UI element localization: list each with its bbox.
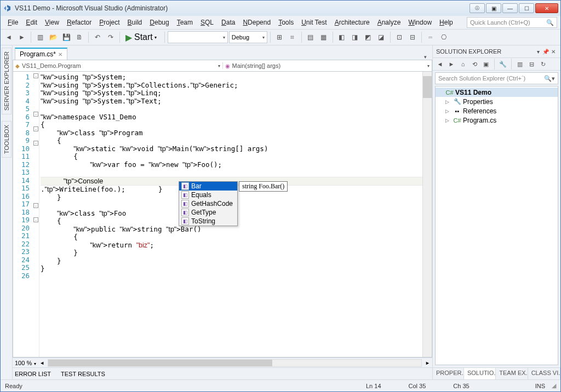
se-sync-button[interactable]: ⟲ [470,59,479,69]
nav-fwd-button[interactable]: ► [16,31,28,43]
intellisense-item[interactable]: ◧ToString [179,217,237,226]
chevron-right-icon[interactable]: ► [425,360,430,366]
tool-btn-g[interactable]: ◩ [362,31,374,43]
tool-btn-c[interactable]: ▤ [305,31,317,43]
server-explorer-tab[interactable]: SERVER EXPLORER [2,48,12,114]
intellisense-item[interactable]: ◧GetHashCode [179,199,237,208]
menu-architecture[interactable]: Architecture [331,17,374,28]
tool-btn-i[interactable]: ⊡ [393,31,405,43]
expander-icon[interactable]: ▷ [445,99,451,105]
save-all-button[interactable]: 🗎 [73,31,85,43]
status-ch: Ch 35 [453,383,469,389]
menu-edit[interactable]: Edit [22,17,41,28]
menu-project[interactable]: Project [95,17,123,28]
se-preview-button[interactable]: ▥ [515,59,525,69]
method-icon: ◧ [181,182,189,190]
menu-help[interactable]: Help [436,17,457,28]
tool-btn-d[interactable]: ▦ [318,31,330,43]
close-icon[interactable]: ✕ [58,51,62,57]
csharp-project-icon: C# [445,89,454,96]
tab-solution[interactable]: SOLUTIO... [464,368,496,379]
redo-button[interactable]: ↷ [105,31,117,43]
nav-scope-combo[interactable]: ◆ VS11_Demo.Program ▾ [13,62,222,69]
menu-refactor[interactable]: Refactor [63,17,95,28]
tab-overflow-button[interactable]: ▾ [421,54,430,60]
expander-icon[interactable]: ▷ [445,108,451,114]
code-editor[interactable]: 1234567891011121314151617181920212223242… [13,72,432,358]
menu-sql[interactable]: SQL [197,17,217,28]
open-file-button[interactable]: 📂 [47,31,59,43]
tool-btn-j[interactable]: ⊟ [407,31,419,43]
menu-window[interactable]: Window [404,17,436,28]
intellisense-item[interactable]: ◧Bar [179,182,237,191]
menu-tools[interactable]: Tools [274,17,297,28]
menu-view[interactable]: View [41,17,63,28]
intellisense-popup[interactable]: ◧Bar◧Equals◧GetHashCode◧GetType◧ToString [179,181,238,226]
menu-ndepend[interactable]: NDepend [239,17,274,28]
pin-icon[interactable]: 📌 [542,49,549,55]
se-back-button[interactable]: ◄ [435,59,445,69]
tool-btn-a[interactable]: ⊞ [273,31,285,43]
tool-btn-e[interactable]: ◧ [336,31,348,43]
outlining-margin[interactable]: ------ [33,72,39,357]
solution-tree[interactable]: C# VS11 Demo ▷🔧 Properties ▷▪▪ Reference… [435,86,558,365]
helper-btn-2[interactable]: ▣ [486,3,501,13]
tree-node-properties[interactable]: ▷🔧 Properties [436,97,558,106]
config-combo[interactable]: Debug▾ [229,31,267,43]
minimize-button[interactable]: — [502,3,518,13]
intellisense-item[interactable]: ◧Equals [179,191,237,199]
start-debug-button[interactable]: ▶ Start ▾ [123,31,162,43]
helper-btn-1[interactable]: ⦾ [470,3,485,13]
nav-back-button[interactable]: ◄ [3,31,15,43]
main-toolbar: ◄ ► ▥ 📂 💾 🗎 ↶ ↷ ▶ Start ▾ ▾ Debug▾ ⊞ ⌗ ▤… [1,29,560,45]
pane-menu-icon[interactable]: ▾ [534,49,542,55]
tool-btn-l[interactable]: ⎔ [438,31,450,43]
se-collapse-button[interactable]: ⊟ [526,59,536,69]
nav-member-combo[interactable]: ◉ Main(string[] args) ▾ [222,62,432,69]
platform-combo[interactable]: ▾ [168,31,228,43]
menu-unit-test[interactable]: Unit Test [297,17,330,28]
chevron-left-icon[interactable]: ◄ [39,360,44,366]
se-showall-button[interactable]: ▣ [481,59,491,69]
tool-btn-b[interactable]: ⌗ [287,31,299,43]
right-pane-tabs: PROPER... SOLUTIO... TEAM EX... CLASS VI… [433,367,560,379]
menu-file[interactable]: File [4,17,22,28]
close-button[interactable]: ✕ [535,3,558,13]
test-results-tab[interactable]: TEST RESULTS [61,371,105,377]
new-project-button[interactable]: ▥ [34,31,46,43]
maximize-button[interactable]: ☐ [519,3,534,13]
undo-button[interactable]: ↶ [91,31,104,43]
toolbox-tab[interactable]: TOOLBOX [2,121,12,158]
error-list-tab[interactable]: ERROR LIST [15,371,51,377]
quick-launch-input[interactable]: Quick Launch (Ctrl+Q) 🔍 [467,17,557,28]
close-icon[interactable]: ✕ [549,49,557,55]
tool-btn-h[interactable]: ◪ [375,31,387,43]
se-refresh-button[interactable]: ↻ [538,59,548,69]
horizontal-scrollbar[interactable] [48,359,422,367]
se-properties-button[interactable]: 🔧 [498,59,508,69]
menu-analyze[interactable]: Analyze [374,17,405,28]
window-title: VS11 Demo - Microsoft Visual Studio (Adm… [15,4,468,12]
vertical-scrollbar[interactable] [422,72,432,357]
tab-team[interactable]: TEAM EX... [496,368,528,379]
tool-btn-f[interactable]: ◨ [349,31,361,43]
tab-classview[interactable]: CLASS VI... [528,368,560,379]
expander-icon[interactable]: ▷ [445,118,451,123]
resize-grip-icon[interactable]: ◢ [552,382,556,389]
menu-debug[interactable]: Debug [146,17,173,28]
tab-properties[interactable]: PROPER... [433,368,464,379]
menu-data[interactable]: Data [217,17,239,28]
se-home-button[interactable]: ⌂ [458,59,468,69]
tool-btn-k[interactable]: ⎓ [425,31,437,43]
tree-node-program[interactable]: ▷C# Program.cs [436,116,558,125]
menu-build[interactable]: Build [124,17,146,28]
zoom-combo[interactable]: 100 %▾ [15,360,36,366]
solution-search-input[interactable]: Search Solution Explorer (Ctrl+´) 🔍▾ [435,72,558,84]
se-fwd-button[interactable]: ► [446,59,456,69]
tree-node-references[interactable]: ▷▪▪ References [436,106,558,116]
doc-tab-program[interactable]: Program.cs* ✕ [15,48,67,60]
menu-team[interactable]: Team [173,17,197,28]
save-button[interactable]: 💾 [60,31,72,43]
intellisense-item[interactable]: ◧GetType [179,208,237,217]
tree-root[interactable]: C# VS11 Demo [436,88,558,97]
